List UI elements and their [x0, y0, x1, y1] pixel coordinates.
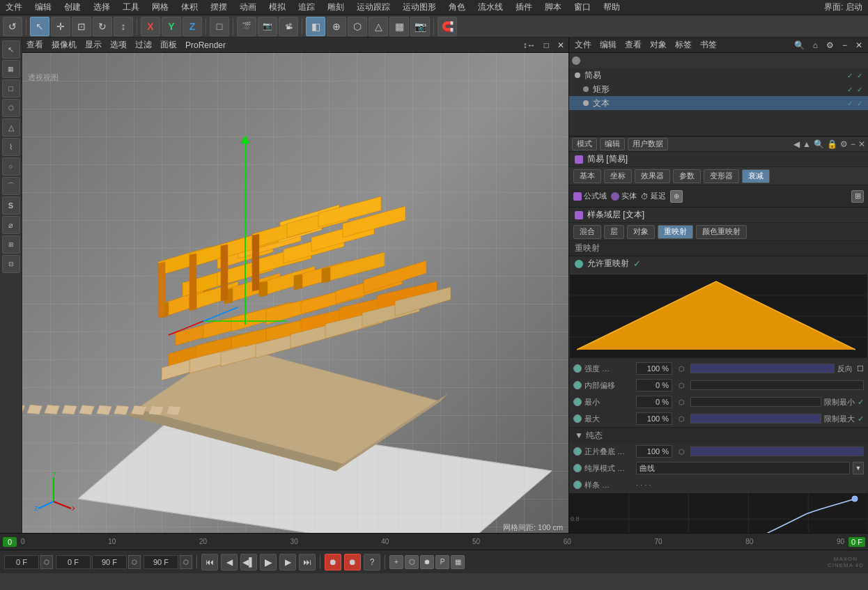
sidebar-s[interactable]: S	[2, 196, 20, 215]
attr-tab-decay[interactable]: 衰减	[742, 169, 770, 183]
min-radio[interactable]	[573, 398, 582, 406]
menu-create[interactable]: 创建	[61, 1, 84, 13]
menu-motion-track[interactable]: 运动跟踪	[354, 1, 393, 13]
rotate-button[interactable]: ↻	[93, 17, 112, 36]
record-button[interactable]: ⏺	[325, 554, 341, 570]
menu-shake[interactable]: 摆摆	[208, 1, 230, 13]
prev-frame-button[interactable]: ◀	[221, 554, 238, 570]
sidebar-loop[interactable]: ○	[2, 157, 20, 176]
menu-track[interactable]: 追踪	[295, 1, 318, 13]
rp-settings-icon[interactable]: ⚙	[825, 40, 835, 50]
sidebar-checkerboard[interactable]: ▦	[2, 60, 20, 78]
internal-offset-bar[interactable]	[690, 380, 864, 390]
allow-remap-check[interactable]: ✓	[633, 258, 641, 269]
transform-button[interactable]: ↕	[114, 17, 133, 36]
delay-field-btn[interactable]: ⏱ 延迟	[641, 191, 666, 201]
undo-button[interactable]: ↺	[3, 17, 22, 36]
attr-tab-param[interactable]: 参数	[673, 169, 701, 183]
play-back-button[interactable]: ◀▌	[240, 554, 257, 570]
vp-icon-close[interactable]: ✕	[557, 40, 564, 50]
spline-mode-arrow[interactable]: ▼	[853, 462, 864, 474]
rp-menu-tags[interactable]: 标签	[674, 39, 693, 51]
menu-help[interactable]: 帮助	[600, 1, 623, 13]
sidebar-triangle[interactable]: △	[2, 118, 20, 137]
sidebar-snap2[interactable]: ⊟	[2, 255, 20, 273]
ch-tab-remap[interactable]: 重映射	[658, 225, 693, 239]
axis-x-button[interactable]: X	[141, 17, 160, 36]
props-tab-mode[interactable]: 模式	[572, 138, 597, 150]
spline-header[interactable]: ▼ 纯态	[569, 428, 868, 443]
rp-menu-edit[interactable]: 编辑	[598, 39, 618, 51]
menu-plugin[interactable]: 插件	[513, 1, 535, 13]
spline-mode-dropdown[interactable]: 曲线	[636, 462, 850, 474]
auto-key-button[interactable]: ⏺	[420, 555, 434, 569]
ch-tab-layer[interactable]: 层	[604, 225, 624, 239]
object-item-rect[interactable]: 矩形 ✓ ✓	[569, 82, 868, 96]
min-limit-check[interactable]: ✓	[858, 398, 864, 407]
solid-field-btn[interactable]: 实体	[611, 191, 637, 201]
positive-overlay-bar[interactable]	[690, 447, 864, 456]
props-close2[interactable]: ✕	[858, 139, 865, 149]
vp-icon-fullscreen[interactable]: □	[544, 40, 549, 50]
vp-menu-display[interactable]: 显示	[85, 39, 102, 51]
max-limit-check[interactable]: ✓	[858, 414, 864, 424]
motion-record-button[interactable]: P	[435, 555, 449, 569]
ch-tab-blend[interactable]: 混合	[573, 225, 601, 239]
rp-menu-view[interactable]: 查看	[623, 39, 643, 51]
uv-button[interactable]: △	[369, 17, 388, 36]
internal-offset-value[interactable]: 0 %	[636, 379, 672, 391]
attr-tab-deform[interactable]: 变形器	[704, 169, 739, 183]
vp-menu-panel[interactable]: 面板	[160, 39, 177, 51]
menu-character[interactable]: 角色	[446, 1, 468, 13]
frame-arrows[interactable]: ⬡	[40, 555, 53, 569]
vp-menu-options[interactable]: 选项	[110, 39, 127, 51]
menu-sculpt[interactable]: 雕刻	[325, 1, 347, 13]
sidebar-select[interactable]: ↖	[2, 40, 20, 59]
object-mode-button[interactable]: □	[210, 17, 229, 36]
first-frame-button[interactable]: ⏮	[201, 554, 218, 570]
strength-radio[interactable]	[573, 364, 582, 373]
positive-overlay-arrows[interactable]: ⬡	[675, 445, 688, 458]
strength-bar[interactable]	[690, 364, 835, 373]
sidebar-box[interactable]: □	[2, 79, 20, 98]
rp-close-icon[interactable]: ✕	[854, 40, 864, 50]
menu-file[interactable]: 文件	[3, 1, 25, 13]
menu-mesh[interactable]: 网格	[149, 1, 171, 13]
max-arrows[interactable]: ⬡	[675, 412, 688, 425]
positive-overlay-value[interactable]: 100 %	[636, 445, 672, 458]
end-frame-input[interactable]	[144, 555, 178, 569]
move-button[interactable]: ✛	[51, 17, 70, 36]
vp-menu-filter[interactable]: 过滤	[135, 39, 152, 51]
max-value[interactable]: 100 %	[636, 412, 672, 425]
sidebar-knife[interactable]: ⌇	[2, 138, 20, 156]
props-expand-btn[interactable]: ⊞	[851, 190, 864, 203]
menu-script[interactable]: 脚本	[542, 1, 564, 13]
vp-icon-pan[interactable]: ↕↔	[523, 40, 536, 50]
props-tab-edit[interactable]: 编辑	[600, 138, 625, 150]
positive-overlay-radio[interactable]	[573, 447, 582, 456]
help-button[interactable]: ?	[364, 554, 380, 570]
props-lock[interactable]: 🔒	[827, 139, 837, 149]
object-item-simple[interactable]: 简易 ✓ ✓	[569, 68, 868, 82]
play-forward-button[interactable]: ▶	[260, 554, 277, 570]
rp-menu-object[interactable]: 对象	[649, 39, 668, 51]
scale-button[interactable]: ⊡	[72, 17, 91, 36]
start-frame-input[interactable]: 0 F	[4, 555, 39, 569]
shading-button[interactable]: ◧	[306, 17, 325, 36]
props-arrow-up[interactable]: ▲	[803, 139, 811, 149]
max-radio[interactable]	[573, 414, 582, 423]
current-frame-indicator[interactable]: 0	[3, 537, 17, 547]
iso-button[interactable]: ⬡	[348, 17, 367, 36]
wireframe-button[interactable]: ⊕	[327, 17, 346, 36]
sidebar-sculpt[interactable]: ⌀	[2, 216, 20, 234]
attr-tab-effector[interactable]: 效果器	[635, 169, 670, 183]
min-frame-input[interactable]	[56, 555, 91, 569]
spline-canvas[interactable]: 0.2 0.4 0.6 0.8 1.0 0.8 0.4	[569, 493, 868, 533]
internal-offset-arrows[interactable]: ⬡	[675, 379, 688, 391]
sidebar-grid-lock[interactable]: ⊞	[2, 235, 20, 254]
snap-button[interactable]: 🧲	[437, 17, 457, 36]
menu-tools[interactable]: 工具	[120, 1, 142, 13]
select-mode-button[interactable]: ↖	[30, 17, 49, 36]
render-button[interactable]: 📽	[279, 17, 298, 36]
menu-motion-graph[interactable]: 运动图形	[400, 1, 439, 13]
